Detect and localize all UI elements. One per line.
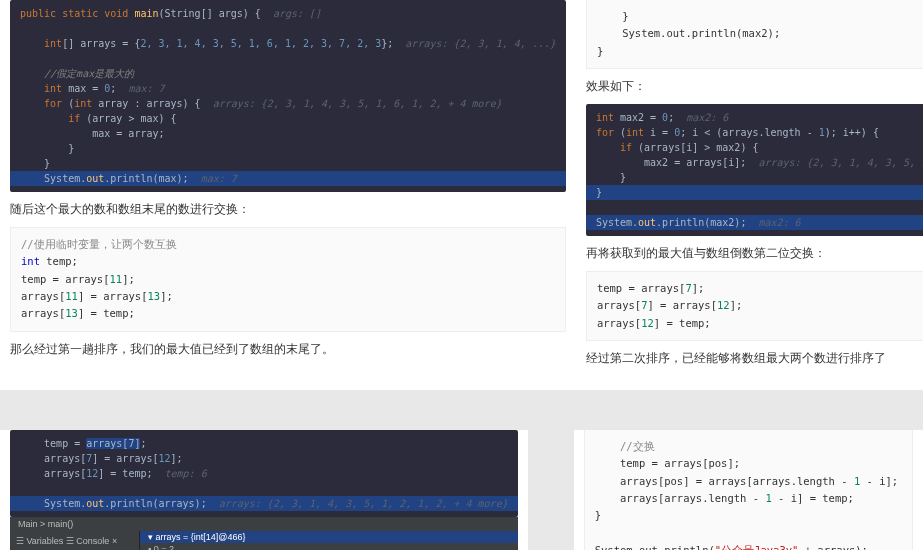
code-block-light-2a: } System.out.println(max2); } xyxy=(586,0,923,69)
code-block-ide-1: public static void main(String[] args) {… xyxy=(10,0,566,192)
debug-variables: ▾ arrays = {int[14]@466} ▪ 0 = 2 ▪ 1 = 3… xyxy=(140,531,518,550)
variable-row: ▪ 0 = 2 xyxy=(140,543,518,550)
code-block-light-2b: temp = arrays[7]; arrays[7] = arrays[12]… xyxy=(586,271,923,341)
code-block-light-1: //使用临时变量，让两个数互换 int temp; temp = arrays[… xyxy=(10,227,566,332)
code-block-light-4a: //交换 temp = arrays[pos]; arrays[pos] = a… xyxy=(584,430,913,550)
paragraph: 那么经过第一趟排序，我们的最大值已经到了数组的末尾了。 xyxy=(10,342,566,357)
paragraph: 经过第二次排序，已经能够将数组最大两个数进行排序了 xyxy=(586,351,923,366)
code-block-ide-2: int max2 = 0; max2: 6 for (int i = 0; i … xyxy=(586,104,923,236)
paragraph: 再将获取到的最大值与数组倒数第二位交换： xyxy=(586,246,923,261)
paragraph: 效果如下： xyxy=(586,79,923,94)
page-separator xyxy=(528,430,574,550)
code-block-ide-3: temp = arrays[7]; arrays[7] = arrays[12]… xyxy=(10,430,518,517)
debug-frames-row: Main > main() xyxy=(10,517,518,531)
page-1: public static void main(String[] args) {… xyxy=(0,0,576,390)
row-separator xyxy=(0,390,923,430)
debug-console-tab: ☰ Variables ☰ Console × "E:\Program Fil … xyxy=(10,531,140,550)
page-4: //交换 temp = arrays[pos]; arrays[pos] = a… xyxy=(574,430,923,550)
debug-panel: ☰ Variables ☰ Console × "E:\Program Fil … xyxy=(10,531,518,550)
page-3: temp = arrays[7]; arrays[7] = arrays[12]… xyxy=(0,430,528,550)
page-2: } System.out.println(max2); } 效果如下： int … xyxy=(576,0,923,390)
variable-header: ▾ arrays = {int[14]@466} xyxy=(140,531,518,543)
paragraph: 随后这个最大的数和数组末尾的数进行交换： xyxy=(10,202,566,217)
